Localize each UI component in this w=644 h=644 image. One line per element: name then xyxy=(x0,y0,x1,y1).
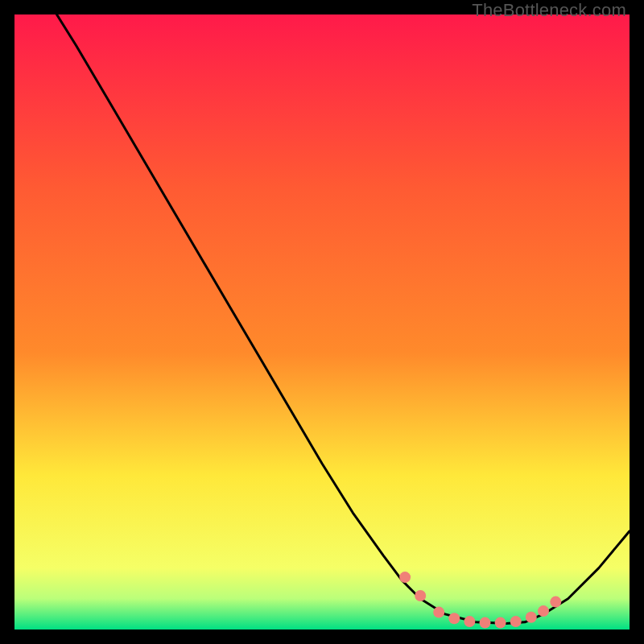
marker-dot xyxy=(538,605,549,617)
marker-dot xyxy=(480,617,491,629)
marker-dot xyxy=(550,597,561,608)
watermark-text: TheBottleneck.com xyxy=(472,0,626,21)
marker-dot xyxy=(415,590,426,601)
marker-dot xyxy=(495,617,506,629)
marker-dot xyxy=(433,607,444,618)
marker-dot xyxy=(448,613,460,624)
marker-dot xyxy=(399,572,411,583)
bottleneck-chart xyxy=(14,14,630,630)
gradient-background xyxy=(14,14,630,630)
chart-frame xyxy=(14,14,630,630)
marker-dot xyxy=(510,616,522,627)
marker-dot xyxy=(464,616,475,627)
marker-dot xyxy=(526,612,537,623)
